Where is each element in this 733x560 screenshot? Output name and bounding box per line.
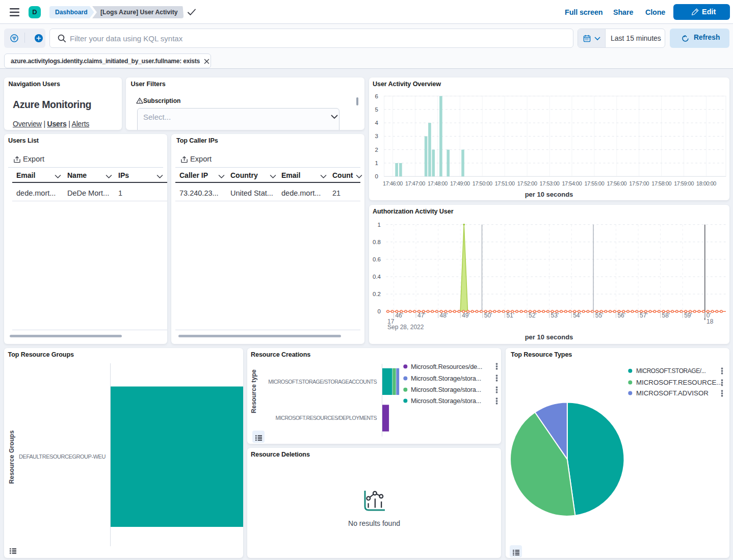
svg-text:Microsoft.Storage/stora...: Microsoft.Storage/stora...	[411, 386, 481, 393]
svg-text:17:50:00: 17:50:00	[473, 180, 492, 186]
svg-text:17:49:00: 17:49:00	[450, 180, 470, 186]
svg-text:17:52:00: 17:52:00	[517, 180, 537, 186]
svg-text:17:57:00: 17:57:00	[629, 180, 649, 186]
svg-text:Resource type: Resource type	[250, 369, 257, 413]
svg-text:17:53:00: 17:53:00	[540, 180, 560, 186]
svg-text:48': 48'	[440, 312, 448, 319]
svg-text:17:48:00: 17:48:00	[428, 180, 448, 186]
svg-text:17:54:00: 17:54:00	[562, 180, 582, 186]
svg-text:0.6: 0.6	[373, 256, 381, 262]
svg-text:0: 0	[375, 173, 378, 179]
svg-text:MICROSOFT.ADVISOR: MICROSOFT.ADVISOR	[636, 389, 709, 397]
svg-text:59': 59'	[684, 312, 692, 319]
svg-text:50': 50'	[484, 312, 492, 319]
svg-text:5: 5	[375, 106, 378, 113]
svg-text:49': 49'	[462, 312, 470, 319]
svg-text:0: 0	[378, 308, 381, 314]
svg-text:2: 2	[375, 147, 378, 153]
svg-text:per 10 seconds: per 10 seconds	[525, 191, 573, 198]
svg-text:DEFAULTRESOURCEGROUP-WEU: DEFAULTRESOURCEGROUP-WEU	[19, 454, 106, 460]
svg-text:53': 53'	[551, 312, 559, 319]
svg-text:0.2: 0.2	[373, 291, 381, 297]
svg-text:MICROSOFT.RESOURCES/DEPLOYMENT: MICROSOFT.RESOURCES/DEPLOYMENTS	[276, 415, 377, 421]
svg-text:Microsoft.Storage/stora...: Microsoft.Storage/stora...	[411, 397, 481, 405]
svg-text:Resource Groups: Resource Groups	[8, 431, 15, 484]
svg-text:54': 54'	[573, 312, 581, 319]
svg-text:17:59:00: 17:59:00	[674, 180, 694, 186]
svg-text:6: 6	[375, 93, 378, 99]
svg-text:Microsoft.Resources/de...: Microsoft.Resources/de...	[411, 363, 482, 370]
svg-text:58': 58'	[662, 312, 670, 319]
svg-text:MICROSOFT.RESOURCE...: MICROSOFT.RESOURCE...	[636, 379, 722, 386]
svg-text:47': 47'	[417, 312, 426, 319]
svg-text:17:46:00: 17:46:00	[383, 180, 403, 186]
svg-text:per 10 seconds: per 10 seconds	[525, 333, 573, 341]
svg-text:0.4: 0.4	[373, 274, 381, 280]
svg-text:MICROSOFT.STORAGE/...: MICROSOFT.STORAGE/...	[636, 367, 705, 375]
svg-text:56': 56'	[617, 312, 625, 319]
svg-text:4: 4	[375, 120, 379, 126]
svg-text:17:58:00: 17:58:00	[651, 180, 671, 186]
svg-text:1: 1	[375, 160, 378, 166]
svg-text:51': 51'	[506, 312, 514, 319]
svg-text:55': 55'	[595, 312, 604, 319]
svg-text:1: 1	[378, 222, 381, 228]
svg-text:57': 57'	[640, 312, 648, 319]
svg-text:17:56:00: 17:56:00	[607, 180, 626, 186]
svg-text:MICROSOFT.STORAGE/STORAGEACCOU: MICROSOFT.STORAGE/STORAGEACCOUNTS	[268, 379, 377, 385]
svg-text:Sep 28, 2022: Sep 28, 2022	[387, 324, 424, 331]
svg-text:3: 3	[375, 133, 378, 139]
svg-text:0.8: 0.8	[373, 239, 381, 245]
svg-text:17:55:00: 17:55:00	[584, 180, 604, 186]
svg-text:18:00:00: 18:00:00	[696, 180, 716, 186]
svg-text:17:51:00: 17:51:00	[495, 180, 515, 186]
svg-text:17:47:00: 17:47:00	[405, 180, 425, 186]
svg-text:18: 18	[706, 318, 714, 325]
svg-text:Microsoft.Storage/stora...: Microsoft.Storage/stora...	[411, 375, 481, 382]
svg-text:46': 46'	[395, 312, 403, 319]
svg-text:52': 52'	[529, 312, 537, 319]
